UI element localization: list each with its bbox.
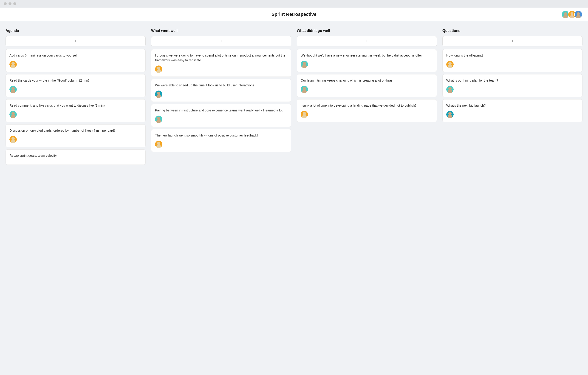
- card-text: What's the next big launch?: [446, 103, 578, 108]
- card-text: How long is the off-sprint?: [446, 53, 578, 58]
- column-what-went-well: What went well+I thought we were going t…: [151, 29, 291, 154]
- traffic-light-minimize[interactable]: [9, 2, 11, 5]
- traffic-light-close[interactable]: [4, 2, 7, 5]
- svg-point-46: [448, 87, 452, 90]
- column-agenda: Agenda+Add cards (4 min) [assign your ca…: [6, 29, 146, 167]
- column-what-didnt-go-well: What didn't go well+We thought we'd have…: [297, 29, 437, 124]
- card: Recap sprint goals, team velocity,: [6, 149, 146, 165]
- card-text: The new launch went so smoothly -- tons …: [155, 133, 287, 138]
- add-card-button-what-went-well[interactable]: +: [151, 36, 291, 46]
- card-avatar[interactable]: [301, 86, 308, 93]
- card: What is our hiring plan for the team?: [442, 74, 582, 97]
- svg-point-1: [564, 12, 567, 15]
- column-header-what-didnt-go-well: What didn't go well: [297, 29, 437, 33]
- title-bar: [0, 0, 588, 8]
- main-content: Agenda+Add cards (4 min) [assign your ca…: [0, 21, 588, 174]
- svg-point-19: [11, 137, 15, 140]
- card-text: Discussion of top-voted cards, ordered b…: [10, 128, 142, 133]
- card-avatar[interactable]: [10, 111, 17, 118]
- card-text: We thought we'd have a new engineer star…: [301, 53, 433, 58]
- card-avatar[interactable]: [301, 111, 308, 118]
- svg-point-25: [157, 92, 160, 95]
- svg-point-34: [303, 62, 306, 65]
- svg-point-40: [303, 112, 306, 115]
- add-card-button-what-didnt-go-well[interactable]: +: [297, 36, 437, 46]
- card-text: I sunk a lot of time into developing a l…: [301, 103, 433, 108]
- svg-point-28: [157, 117, 160, 120]
- card-avatar[interactable]: [446, 61, 454, 68]
- svg-point-4: [571, 12, 573, 15]
- card: Discussion of top-voted cards, ordered b…: [6, 124, 146, 147]
- svg-point-16: [11, 112, 15, 115]
- card: Read the cards your wrote in the "Good" …: [6, 74, 146, 97]
- add-card-button-questions[interactable]: +: [442, 36, 582, 46]
- svg-point-10: [11, 62, 15, 65]
- card-text: We were able to speed up the time it too…: [155, 83, 287, 88]
- card-avatar[interactable]: [10, 136, 17, 143]
- header-avatars: [561, 10, 582, 19]
- card-text: Read comment, and like cards that you wa…: [10, 103, 142, 108]
- page-title: Sprint Retrospective: [272, 12, 316, 17]
- card-text: I thought we were going to have to spend…: [155, 53, 287, 63]
- card-avatar[interactable]: [301, 61, 308, 68]
- header-avatar-3[interactable]: [574, 10, 582, 19]
- svg-point-49: [448, 112, 452, 115]
- card-avatar[interactable]: [10, 86, 17, 93]
- card: What's the next big launch?: [442, 99, 582, 122]
- card: Read comment, and like cards that you wa…: [6, 99, 146, 122]
- card-avatar[interactable]: [155, 141, 162, 148]
- card-avatar[interactable]: [155, 65, 162, 73]
- card-text: Recap sprint goals, team velocity,: [10, 153, 142, 158]
- card: Add cards (4 min) [assign your cards to …: [6, 49, 146, 72]
- card-text: Add cards (4 min) [assign your cards to …: [10, 53, 142, 58]
- card: The new launch went so smoothly -- tons …: [151, 129, 291, 152]
- svg-point-7: [577, 12, 580, 15]
- svg-point-13: [11, 87, 15, 90]
- card-avatar[interactable]: [446, 86, 454, 93]
- column-header-questions: Questions: [442, 29, 582, 33]
- svg-point-22: [157, 67, 160, 70]
- svg-point-5: [570, 15, 574, 18]
- card-text: What is our hiring plan for the team?: [446, 78, 578, 83]
- card: We were able to speed up the time it too…: [151, 79, 291, 102]
- add-card-button-agenda[interactable]: +: [6, 36, 146, 46]
- app-header: Sprint Retrospective: [0, 8, 588, 21]
- card: I sunk a lot of time into developing a l…: [297, 99, 437, 122]
- svg-point-43: [448, 62, 452, 65]
- svg-point-37: [303, 87, 306, 90]
- column-questions: Questions+How long is the off-sprint?Wha…: [442, 29, 582, 124]
- card-avatar[interactable]: [155, 116, 162, 123]
- card: We thought we'd have a new engineer star…: [297, 49, 437, 72]
- card-text: Pairing between infrastructure and core …: [155, 108, 287, 113]
- card: Pairing between infrastructure and core …: [151, 104, 291, 127]
- columns-container: Agenda+Add cards (4 min) [assign your ca…: [6, 29, 582, 167]
- card: I thought we were going to have to spend…: [151, 49, 291, 77]
- card-avatar[interactable]: [446, 111, 454, 118]
- svg-point-2: [563, 15, 568, 18]
- card: How long is the off-sprint?: [442, 49, 582, 72]
- card-text: Our launch timing keeps changing which i…: [301, 78, 433, 83]
- card: Our launch timing keeps changing which i…: [297, 74, 437, 97]
- traffic-light-maximize[interactable]: [13, 2, 16, 5]
- column-header-what-went-well: What went well: [151, 29, 291, 33]
- svg-point-31: [157, 142, 160, 145]
- card-avatar[interactable]: [10, 61, 17, 68]
- column-header-agenda: Agenda: [6, 29, 146, 33]
- svg-point-8: [576, 15, 581, 18]
- card-text: Read the cards your wrote in the "Good" …: [10, 78, 142, 83]
- card-avatar[interactable]: [155, 91, 162, 98]
